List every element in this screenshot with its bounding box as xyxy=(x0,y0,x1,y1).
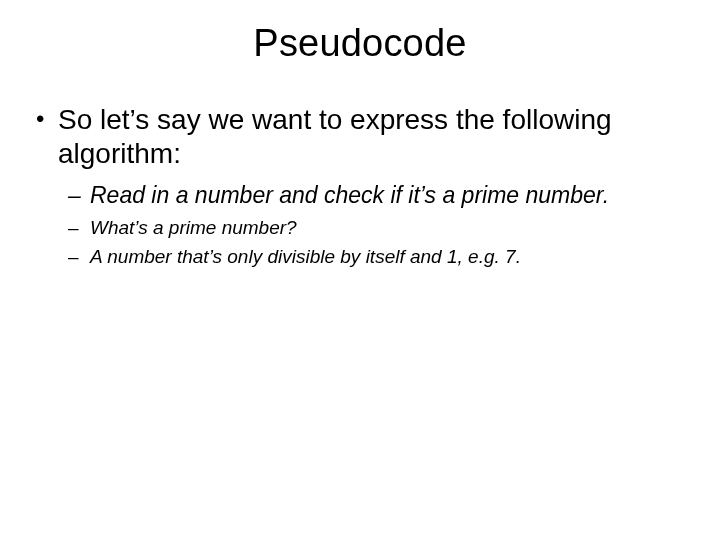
bullet-list-level2: Read in a number and check if it’s a pri… xyxy=(58,181,692,269)
slide-title: Pseudocode xyxy=(0,22,720,65)
list-item: Read in a number and check if it’s a pri… xyxy=(58,181,692,210)
sub-bullet-text: What’s a prime number? xyxy=(90,217,297,238)
list-item: What’s a prime number? xyxy=(58,215,692,240)
bullet-text: So let’s say we want to express the foll… xyxy=(58,104,612,169)
list-item: So let’s say we want to express the foll… xyxy=(28,103,692,269)
slide: Pseudocode So let’s say we want to expre… xyxy=(0,22,720,540)
sub-bullet-text: Read in a number and check if it’s a pri… xyxy=(90,182,609,208)
sub-bullet-text: A number that’s only divisible by itself… xyxy=(90,246,521,267)
list-item: A number that’s only divisible by itself… xyxy=(58,244,692,269)
slide-body: So let’s say we want to express the foll… xyxy=(0,103,720,269)
bullet-list-level1: So let’s say we want to express the foll… xyxy=(28,103,692,269)
